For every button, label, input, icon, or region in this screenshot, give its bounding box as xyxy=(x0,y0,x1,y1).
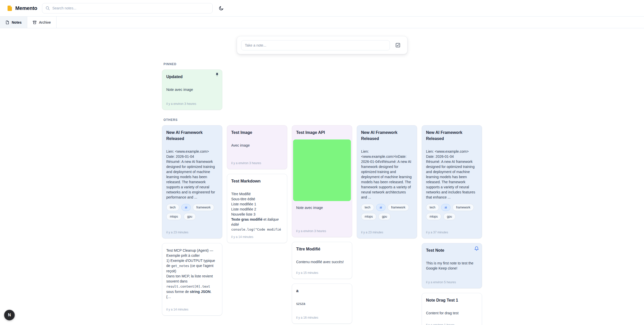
note-card-titre-modifie[interactable]: Titre Modifié Contenu modifié avec succè… xyxy=(292,242,352,279)
note-card-drag-test[interactable]: Note Drag Test 1 Content for drag test i… xyxy=(422,293,482,325)
tab-notes[interactable]: Notes xyxy=(0,17,27,28)
note-title: New AI Framework Released xyxy=(426,130,478,142)
notes-grid: New AI Framework Released Lien: <www.exa… xyxy=(162,125,482,325)
note-title: New AI Framework Released xyxy=(361,130,413,142)
theme-toggle-button[interactable] xyxy=(217,5,225,12)
tag-chip[interactable]: tech xyxy=(426,204,439,211)
note-timestamp: il y a 16 minutes xyxy=(296,313,348,319)
tag-chip[interactable]: mlops xyxy=(361,213,376,220)
moon-icon xyxy=(218,6,224,11)
note-title: Test Markdown xyxy=(231,178,283,184)
note-card-ai-framework-1[interactable]: New AI Framework Released Lien: <www.exa… xyxy=(162,125,222,238)
app-logo: Memento xyxy=(7,5,37,11)
app-header: Memento xyxy=(0,0,644,16)
tag-chip[interactable]: framework xyxy=(388,204,409,211)
note-timestamp: il y a 15 minutes xyxy=(296,268,348,275)
note-body: Avec image xyxy=(231,143,283,148)
note-card-test-image[interactable]: Test Image Avec image il y a environ 3 h… xyxy=(227,125,287,169)
tag-list: tech ai framework mlops gpu xyxy=(426,204,478,220)
note-body: Content for drag test xyxy=(426,310,478,316)
note-timestamp: il y a environ 1 heure xyxy=(426,320,478,325)
grid-column-4: New AI Framework Released Lien: <www.exa… xyxy=(357,125,417,238)
note-title: Test Image xyxy=(231,130,283,136)
main-content: PINNED Updated Note avec image il y a en… xyxy=(162,36,482,325)
tag-chip-ai[interactable]: ai xyxy=(181,204,191,211)
note-card-test-markdown[interactable]: Test Markdown Titre Modifié Sous-titre é… xyxy=(227,174,287,243)
tag-chip[interactable]: gpu xyxy=(443,213,456,220)
grid-column-5: New AI Framework Released Lien: <www.exa… xyxy=(422,125,482,325)
note-body: Contenu modifié avec succès! xyxy=(296,259,348,264)
bell-icon xyxy=(474,246,479,251)
note-title: Test Note xyxy=(426,247,478,253)
note-body: Note avec image xyxy=(296,205,348,210)
tag-list: tech ai framework mlops gpu xyxy=(361,204,413,220)
tab-archive-label: Archive xyxy=(39,20,51,24)
note-title: Titre Modifié xyxy=(296,246,348,252)
note-timestamp: il y a 37 minutes xyxy=(426,228,478,234)
tab-archive[interactable]: Archive xyxy=(27,17,57,28)
tag-chip[interactable]: mlops xyxy=(166,213,182,220)
document-icon xyxy=(5,20,9,24)
take-a-note-input[interactable] xyxy=(241,40,390,50)
user-avatar[interactable]: N xyxy=(4,310,15,320)
note-card-test-image-api[interactable]: Test Image API Note avec image il y a en… xyxy=(292,125,352,237)
note-body: szsza xyxy=(296,301,348,306)
note-body: Note avec image xyxy=(166,87,218,92)
note-card-a[interactable]: a szsza il y a 16 minutes xyxy=(292,284,352,324)
tag-chip-ai[interactable]: ai xyxy=(376,204,386,211)
note-body: Lien: <www.example.com> Date: 2026-01-04… xyxy=(426,149,478,200)
tab-notes-label: Notes xyxy=(12,20,22,24)
grid-column-1: New AI Framework Released Lien: <www.exa… xyxy=(162,125,222,316)
reminder-button[interactable] xyxy=(474,246,479,251)
tag-chip[interactable]: tech xyxy=(361,204,374,211)
tag-chip[interactable]: mlops xyxy=(426,213,441,220)
note-title: New AI Framework Released xyxy=(166,130,218,142)
note-title: a xyxy=(296,288,348,294)
search-input[interactable] xyxy=(52,6,209,10)
unpin-button[interactable] xyxy=(215,73,219,77)
tag-list: tech ai framework mlops gpu xyxy=(166,204,218,220)
note-card-mcp-cleanup[interactable]: Test MCP Cleanup (Agent) — Exemple prêt … xyxy=(162,243,222,316)
note-timestamp: il y a 14 minutes xyxy=(166,305,218,311)
note-image-green xyxy=(293,139,351,201)
tag-chip[interactable]: framework xyxy=(193,204,214,211)
checkbox-check-icon xyxy=(395,43,401,48)
new-checklist-button[interactable] xyxy=(394,41,402,49)
tag-chip[interactable]: gpu xyxy=(184,213,196,220)
page-title: Memento xyxy=(15,5,37,11)
note-timestamp: il y a environ 3 heures xyxy=(296,226,348,233)
note-title: Note Drag Test 1 xyxy=(426,297,478,303)
note-timestamp: il y a environ 5 heures xyxy=(426,277,478,284)
note-timestamp: il y a 23 minutes xyxy=(166,228,218,234)
note-body: Lien: <www.example.com> Date: 2026-01-04… xyxy=(166,149,218,200)
note-composer xyxy=(237,36,407,54)
note-body: Titre Modifié Sous-titre édité Liste mod… xyxy=(231,191,283,232)
note-card-ai-framework-2[interactable]: New AI Framework Released Lien: <www.exa… xyxy=(357,125,417,238)
note-timestamp: il y a 14 minutes xyxy=(231,232,283,239)
grid-column-3: Test Image API Note avec image il y a en… xyxy=(292,125,352,324)
note-body: Lien: <www.example.com>\nDate: 2026-01-0… xyxy=(361,149,413,200)
note-card-updated[interactable]: Updated Note avec image il y a environ 3… xyxy=(162,69,222,110)
tag-chip[interactable]: gpu xyxy=(378,213,391,220)
grid-column-2: Test Image Avec image il y a environ 3 h… xyxy=(227,125,287,243)
note-body: This is my first note to test the Google… xyxy=(426,261,478,271)
others-section-label: OTHERS xyxy=(163,118,482,122)
search-icon xyxy=(45,6,50,10)
note-card-test-note[interactable]: Test Note This is my first note to test … xyxy=(422,243,482,288)
pushpin-icon xyxy=(215,73,219,77)
note-timestamp: il y a environ 3 heures xyxy=(166,99,218,106)
note-timestamp: il y a 23 minutes xyxy=(361,228,413,234)
archive-box-icon xyxy=(33,20,37,24)
tab-bar: Notes Archive xyxy=(0,16,644,28)
note-body: Test MCP Cleanup (Agent) — Exemple prêt … xyxy=(166,248,218,299)
tag-chip-ai[interactable]: ai xyxy=(441,204,450,211)
pinned-section-label: PINNED xyxy=(163,62,482,66)
note-title: Test Image API xyxy=(296,130,348,136)
tag-chip[interactable]: tech xyxy=(166,204,179,211)
note-file-icon xyxy=(7,5,13,11)
tag-chip[interactable]: framework xyxy=(453,204,474,211)
note-timestamp: il y a environ 3 heures xyxy=(231,158,283,165)
note-card-ai-framework-3[interactable]: New AI Framework Released Lien: <www.exa… xyxy=(422,125,482,238)
search-box xyxy=(42,3,213,13)
note-title: Updated xyxy=(166,74,218,80)
